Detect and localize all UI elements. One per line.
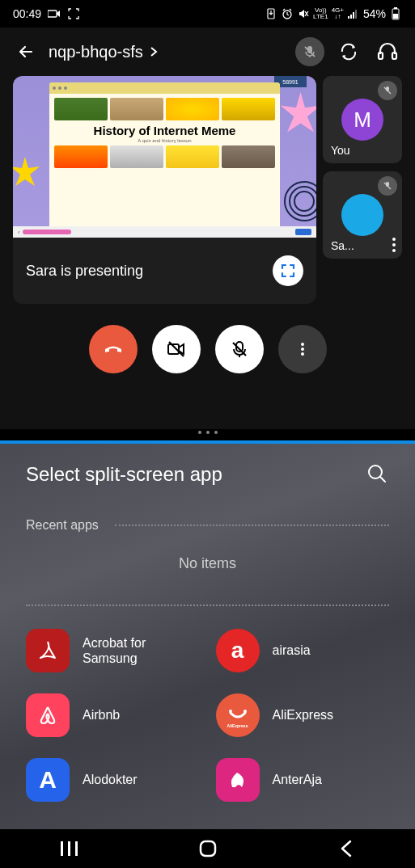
aliexpress-icon: AliExpress: [216, 693, 260, 737]
app-label: Alodokter: [83, 772, 138, 787]
search-button[interactable]: [366, 463, 389, 486]
app-item-anteraja[interactable]: AnterAja: [216, 758, 390, 802]
recent-apps-label: Recent apps: [26, 518, 99, 533]
star-decoration-icon: [278, 92, 316, 137]
divider-line: [26, 605, 389, 606]
avatar: M: [341, 99, 383, 141]
presenter-label: Sara is presenting: [26, 263, 143, 280]
svg-rect-0: [48, 11, 57, 17]
expand-icon: [67, 7, 80, 20]
participant-label: Sa...: [331, 239, 354, 252]
back-button[interactable]: [322, 832, 371, 865]
app-label: airasia: [273, 643, 311, 658]
svg-point-15: [294, 192, 314, 211]
call-controls: [0, 304, 415, 383]
app-item-aliexpress[interactable]: AliExpress AliExpress: [216, 693, 390, 737]
recents-button[interactable]: [45, 832, 94, 865]
divider-line: [115, 525, 389, 526]
airasia-icon: a: [216, 629, 260, 672]
more-options-button[interactable]: [278, 325, 327, 373]
circles-decoration-icon: [284, 181, 316, 221]
back-button[interactable]: [13, 39, 39, 65]
svg-point-22: [301, 352, 304, 356]
svg-rect-4: [350, 15, 352, 19]
app-label: Airbnb: [83, 707, 120, 723]
split-screen-picker: Select split-screen app Recent apps No i…: [0, 444, 415, 832]
your-mic-muted-badge: [295, 37, 324, 66]
call-header: nqp-bhqo-sfs: [0, 27, 415, 76]
switch-camera-button[interactable]: [334, 37, 363, 66]
video-call-app: nqp-bhqo-sfs 58991 History of Inte: [0, 27, 415, 429]
tile-more-button[interactable]: [392, 238, 396, 252]
no-items-text: No items: [26, 555, 389, 572]
slide-title: History of Internet Meme: [54, 124, 275, 137]
mic-off-icon: [378, 176, 397, 196]
app-item-alodokter[interactable]: A Alodokter: [26, 758, 200, 802]
svg-rect-3: [348, 16, 349, 19]
svg-rect-6: [355, 10, 357, 19]
app-label: AliExpress: [273, 707, 334, 723]
svg-rect-8: [394, 7, 397, 9]
shared-screen: 58991 History of Internet Meme A quiz an…: [13, 76, 316, 238]
status-time: 00:49: [13, 7, 41, 20]
svg-rect-5: [353, 12, 354, 19]
net-4g: 4G+↓↑: [332, 7, 344, 20]
svg-point-25: [243, 710, 247, 713]
alarm-icon: [281, 7, 294, 20]
camera-off-button[interactable]: [152, 325, 201, 373]
participant-tile-you[interactable]: M You: [323, 76, 402, 163]
picker-title: Select split-screen app: [26, 463, 222, 486]
slide-subtitle: A quiz and history lesson: [54, 138, 275, 143]
participant-label: You: [331, 144, 350, 157]
svg-point-24: [229, 710, 232, 713]
camera-icon: [48, 7, 61, 20]
call-title[interactable]: nqp-bhqo-sfs: [49, 43, 286, 61]
svg-point-20: [301, 343, 304, 346]
alodokter-icon: A: [26, 758, 70, 802]
svg-point-21: [301, 348, 304, 351]
battery-icon: [389, 7, 402, 20]
audio-output-button[interactable]: [373, 37, 402, 66]
svg-rect-9: [393, 14, 398, 19]
mic-off-button[interactable]: [215, 325, 264, 373]
download-icon: [265, 7, 277, 20]
app-label: AnterAja: [273, 772, 322, 787]
presentation-panel[interactable]: 58991 History of Internet Meme A quiz an…: [13, 76, 316, 304]
participant-tile-sara[interactable]: Sa...: [323, 171, 402, 259]
mute-icon: [297, 7, 310, 20]
mic-off-icon: [378, 81, 397, 100]
signal-icon: [347, 7, 360, 20]
svg-rect-28: [75, 841, 78, 856]
end-call-button[interactable]: [89, 325, 138, 373]
svg-rect-27: [68, 841, 70, 856]
battery-text: 54%: [363, 7, 386, 20]
net-volte: Vo))LTE1: [313, 7, 328, 20]
avatar: [341, 194, 383, 236]
anteraja-icon: [216, 758, 260, 802]
app-label: Acrobat for Samsung: [83, 635, 200, 666]
app-item-airbnb[interactable]: Airbnb: [26, 693, 200, 737]
star-decoration-icon: [13, 157, 41, 189]
status-bar: 00:49 Vo))LTE1 4G+↓↑ 54%: [0, 0, 415, 27]
browser-taskbar: ‹: [13, 226, 316, 238]
app-item-acrobat[interactable]: Acrobat for Samsung: [26, 629, 200, 672]
app-item-airasia[interactable]: a airasia: [216, 629, 390, 672]
split-divider[interactable]: [0, 429, 415, 440]
airbnb-icon: [26, 693, 70, 737]
svg-rect-26: [61, 841, 63, 856]
acrobat-icon: [26, 629, 70, 672]
fullscreen-button[interactable]: [273, 255, 303, 286]
svg-rect-29: [201, 841, 215, 856]
home-button[interactable]: [184, 832, 232, 865]
navigation-bar: [0, 829, 415, 868]
